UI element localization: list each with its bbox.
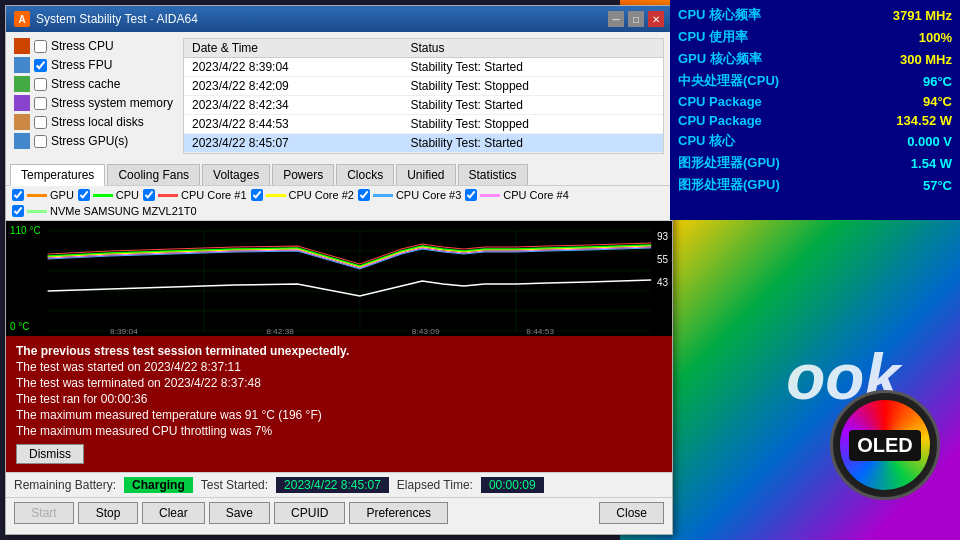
svg-text:8:39:04: 8:39:04 — [110, 327, 138, 336]
tab-unified[interactable]: Unified — [396, 164, 455, 185]
memory-icon — [14, 95, 30, 111]
close-window-button[interactable]: ✕ — [648, 11, 664, 27]
stress-disk-label: Stress local disks — [51, 115, 144, 129]
tab-clocks[interactable]: Clocks — [336, 164, 394, 185]
temp-label-43: 43 — [657, 277, 668, 288]
cpu-info-value: 94°C — [923, 94, 952, 109]
tab-powers[interactable]: Powers — [272, 164, 334, 185]
cpu-info-value: 57°C — [923, 178, 952, 193]
legend-core3-checkbox[interactable] — [358, 189, 370, 201]
legend-core2-checkbox[interactable] — [251, 189, 263, 201]
error-line-1: The previous stress test session termina… — [16, 344, 662, 358]
stress-fpu-checkbox[interactable] — [34, 59, 47, 72]
legend-nvme-label: NVMe SAMSUNG MZVL21T0 — [50, 205, 197, 217]
cpu-info-row: 图形处理器(GPU)1.54 W — [678, 152, 952, 174]
elapsed-time-label: Elapsed Time: — [397, 478, 473, 492]
fpu-icon — [14, 57, 30, 73]
stress-cache-checkbox[interactable] — [34, 78, 47, 91]
test-started-value: 2023/4/22 8:45:07 — [276, 477, 389, 493]
stress-cpu-checkbox[interactable] — [34, 40, 47, 53]
cpu-info-row: GPU 核心频率300 MHz — [678, 48, 952, 70]
temp-label-93: 93 — [657, 231, 668, 242]
tab-voltages[interactable]: Voltages — [202, 164, 270, 185]
temp-labels: 93 55 43 — [657, 231, 668, 288]
cpu-info-label: 图形处理器(GPU) — [678, 154, 780, 172]
oled-inner: OLED — [840, 400, 930, 490]
legend-nvme: NVMe SAMSUNG MZVL21T0 — [12, 205, 197, 217]
stress-cpu-label: Stress CPU — [51, 39, 114, 53]
log-table-row: 2023/4/22 8:39:04Stability Test: Started — [184, 58, 663, 77]
stress-cache-item: Stress cache — [14, 76, 173, 92]
error-line-5: The maximum measured temperature was 91 … — [16, 408, 662, 422]
log-status: Stability Test: Stopped — [402, 115, 663, 134]
disk-icon — [14, 114, 30, 130]
elapsed-time-value: 00:00:09 — [481, 477, 544, 493]
legend-gpu-label: GPU — [50, 189, 74, 201]
legend-nvme-color — [27, 210, 47, 213]
error-line-3: The test was terminated on 2023/4/22 8:3… — [16, 376, 662, 390]
cpu-info-value: 134.52 W — [896, 113, 952, 128]
cpu-info-label: CPU 核心频率 — [678, 6, 761, 24]
tab-statistics[interactable]: Statistics — [458, 164, 528, 185]
legend-core1-label: CPU Core #1 — [181, 189, 246, 201]
legend-core2-label: CPU Core #2 — [289, 189, 354, 201]
clear-button[interactable]: Clear — [142, 502, 205, 524]
log-status: Stability Test: Stopped — [402, 77, 663, 96]
test-started-label: Test Started: — [201, 478, 268, 492]
title-controls[interactable]: ─ □ ✕ — [608, 11, 664, 27]
save-button[interactable]: Save — [209, 502, 270, 524]
chart-legend: GPU CPU CPU Core #1 CPU Core #2 CPU Core — [6, 186, 672, 221]
log-date: 2023/4/22 8:39:04 — [184, 58, 402, 77]
log-date: 2023/4/22 8:42:34 — [184, 96, 402, 115]
maximize-button[interactable]: □ — [628, 11, 644, 27]
log-status: Stability Test: Started — [402, 134, 663, 153]
tab-cooling-fans[interactable]: Cooling Fans — [107, 164, 200, 185]
cpu-info-value: 3791 MHz — [893, 8, 952, 23]
legend-gpu: GPU — [12, 189, 74, 201]
cpu-icon — [14, 38, 30, 54]
window-title: System Stability Test - AIDA64 — [36, 12, 198, 26]
stress-memory-checkbox[interactable] — [34, 97, 47, 110]
stress-cpu-item: Stress CPU — [14, 38, 173, 54]
stress-gpu-checkbox[interactable] — [34, 135, 47, 148]
legend-core4-color — [480, 194, 500, 197]
preferences-button[interactable]: Preferences — [349, 502, 448, 524]
cpu-info-row: CPU 核心0.000 V — [678, 130, 952, 152]
legend-core1-checkbox[interactable] — [143, 189, 155, 201]
stress-gpu-label: Stress GPU(s) — [51, 134, 128, 148]
stress-disk-checkbox[interactable] — [34, 116, 47, 129]
cpu-info-label: CPU Package — [678, 94, 762, 109]
oled-badge: OLED — [830, 390, 940, 500]
start-button[interactable]: Start — [14, 502, 74, 524]
stress-disk-item: Stress local disks — [14, 114, 173, 130]
log-table-row: 2023/4/22 8:44:53Stability Test: Stopped — [184, 115, 663, 134]
legend-cpu-checkbox[interactable] — [78, 189, 90, 201]
cpu-info-value: 0.000 V — [907, 134, 952, 149]
legend-cpu: CPU — [78, 189, 139, 201]
chart-svg: 8:39:04 8:42:38 8:43:09 8:44:53 — [6, 221, 672, 336]
tab-temperatures[interactable]: Temperatures — [10, 164, 105, 186]
stop-button[interactable]: Stop — [78, 502, 138, 524]
bottom-buttons: Start Stop Clear Save CPUID Preferences … — [6, 497, 672, 528]
stress-checkboxes: Stress CPU Stress FPU Stress cache Stres… — [14, 38, 173, 154]
button-spacer — [452, 502, 595, 524]
title-bar: A System Stability Test - AIDA64 ─ □ ✕ — [6, 6, 672, 32]
dismiss-button[interactable]: Dismiss — [16, 444, 84, 464]
log-table-row: 2023/4/22 8:42:34Stability Test: Started — [184, 96, 663, 115]
cpu-info-row: CPU 核心频率3791 MHz — [678, 4, 952, 26]
legend-gpu-checkbox[interactable] — [12, 189, 24, 201]
legend-core3-color — [373, 194, 393, 197]
legend-core1: CPU Core #1 — [143, 189, 246, 201]
gpu-icon — [14, 133, 30, 149]
error-line-2: The test was started on 2023/4/22 8:37:1… — [16, 360, 662, 374]
legend-core4: CPU Core #4 — [465, 189, 568, 201]
cpuid-button[interactable]: CPUID — [274, 502, 345, 524]
legend-core3-label: CPU Core #3 — [396, 189, 461, 201]
cpu-info-row: 中央处理器(CPU)96°C — [678, 70, 952, 92]
cpu-info-label: CPU 核心 — [678, 132, 735, 150]
legend-nvme-checkbox[interactable] — [12, 205, 24, 217]
cpu-info-label: CPU Package — [678, 113, 762, 128]
minimize-button[interactable]: ─ — [608, 11, 624, 27]
legend-core4-checkbox[interactable] — [465, 189, 477, 201]
close-button[interactable]: Close — [599, 502, 664, 524]
